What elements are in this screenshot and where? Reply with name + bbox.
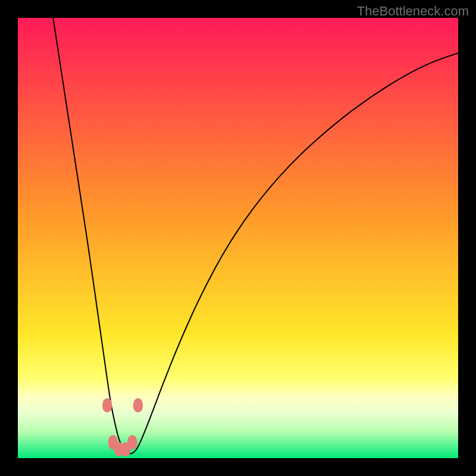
- curve-marker: [127, 435, 137, 449]
- bottleneck-chart: [18, 18, 458, 458]
- curve-marker: [102, 398, 112, 412]
- chart-container: [18, 18, 458, 458]
- curve-marker: [133, 398, 143, 412]
- watermark-text: TheBottleneck.com: [357, 4, 469, 19]
